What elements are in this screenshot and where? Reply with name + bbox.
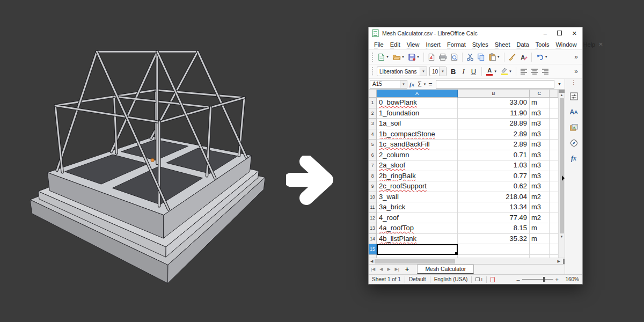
highlight-color-button[interactable]: ▼	[499, 67, 513, 76]
language[interactable]: English (USA)	[434, 276, 468, 282]
menu-edit[interactable]: Edit	[387, 40, 404, 49]
sheet-tab-mesh-calculator[interactable]: Mesh Calculator	[417, 265, 474, 274]
sheet-nav-button[interactable]: ▶|	[393, 265, 401, 274]
bold-button[interactable]: B	[448, 68, 458, 76]
zoom-slider[interactable]	[522, 279, 553, 280]
cell-C12[interactable]: m2	[530, 213, 550, 224]
cell-A5[interactable]: 1c_sandBackFill	[377, 140, 458, 150]
cell-B9[interactable]: 0.62	[458, 181, 530, 192]
cell-B4[interactable]: 2.89	[458, 129, 530, 140]
scroll-down-icon[interactable]: ▼	[560, 235, 564, 239]
expand-formula-bar-button[interactable]: ▼	[555, 80, 564, 89]
undo-button[interactable]: ▼	[535, 52, 549, 62]
cell-B1[interactable]: 33.00	[458, 98, 530, 108]
align-right-button[interactable]	[540, 67, 550, 76]
cut-button[interactable]	[465, 52, 475, 62]
cell-C2[interactable]: m3	[530, 108, 550, 119]
cell-C10[interactable]: m2	[530, 192, 550, 203]
cell-C5[interactable]: m3	[530, 140, 550, 150]
cell-C13[interactable]: m	[530, 223, 550, 234]
cell-C11[interactable]: m3	[530, 202, 550, 213]
menu-data[interactable]: Data	[514, 40, 532, 49]
cell-C8[interactable]: m3	[530, 171, 550, 182]
menu-insert[interactable]: Insert	[422, 40, 444, 49]
zoom-slider-thumb[interactable]	[543, 277, 545, 282]
print-preview-button[interactable]	[449, 52, 459, 62]
cell-A15[interactable]	[377, 244, 458, 255]
cell-A3[interactable]: 1a_soil	[377, 119, 458, 129]
row-header-11[interactable]: 11	[369, 202, 377, 213]
save-button[interactable]: ▼	[407, 52, 421, 62]
menu-sheet[interactable]: Sheet	[492, 40, 514, 49]
selection-mode-indicator[interactable]: I	[475, 277, 482, 282]
sheet-nav-button[interactable]: ▶	[385, 265, 392, 274]
clear-formatting-button[interactable]: A	[518, 52, 529, 62]
row-header-10[interactable]: 10	[369, 192, 377, 203]
menu-styles[interactable]: Styles	[469, 40, 492, 49]
row-header-7[interactable]: 7	[369, 160, 377, 171]
sidebar-toggle-icon[interactable]	[562, 175, 565, 181]
row-header-8[interactable]: 8	[369, 171, 377, 182]
cell-reference-box[interactable]: A15 ▼	[370, 80, 407, 89]
sidebar-navigator-button[interactable]	[569, 138, 579, 148]
row-header-4[interactable]: 4	[369, 129, 377, 140]
sidebar-properties-button[interactable]	[569, 92, 579, 101]
maximize-button[interactable]	[557, 31, 562, 36]
zoom-out-button[interactable]: –	[516, 276, 519, 283]
cell-C9[interactable]: m3	[530, 181, 550, 192]
minimize-button[interactable]: –	[544, 31, 547, 36]
cell-A4[interactable]: 1b_compactStone	[377, 129, 458, 140]
sheet-nav-button[interactable]: ◀	[377, 265, 385, 274]
cell-A16[interactable]	[377, 255, 458, 258]
print-button[interactable]	[437, 52, 448, 62]
cell-C3[interactable]: m3	[530, 119, 550, 129]
column-header-a[interactable]: A	[377, 90, 458, 98]
add-sheet-button[interactable]: +	[401, 265, 413, 274]
toolbar-overflow-button[interactable]: »	[571, 53, 581, 61]
open-file-button[interactable]: ▼	[391, 52, 406, 62]
toolbar-overflow-button[interactable]: »	[571, 68, 581, 75]
row-header-15[interactable]: 15	[369, 244, 377, 255]
menu-format[interactable]: Format	[444, 40, 469, 49]
cell-C1[interactable]: m	[530, 98, 550, 108]
scroll-left-icon[interactable]: ◀	[369, 259, 375, 264]
cell-C15[interactable]	[530, 244, 550, 255]
sum-button[interactable]: Σ	[416, 80, 422, 88]
cell-B13[interactable]: 8.15	[458, 223, 530, 234]
cell-B10[interactable]: 218.04	[458, 192, 530, 203]
cell-B8[interactable]: 0.77	[458, 171, 530, 182]
font-name-combo[interactable]: Liberation Sans ▼	[377, 67, 427, 76]
cell-C14[interactable]: m	[530, 234, 550, 245]
cell-C7[interactable]: m3	[530, 160, 550, 171]
cell-A8[interactable]: 2b_ringBalk	[377, 171, 458, 182]
toolbar-drag-handle[interactable]	[371, 67, 374, 76]
row-header-1[interactable]: 1	[369, 98, 377, 108]
row-header-6[interactable]: 6	[369, 150, 377, 161]
column-header-c[interactable]: C	[530, 90, 550, 98]
sidebar-functions-button[interactable]: fx	[569, 154, 579, 163]
menu-tools[interactable]: Tools	[532, 40, 553, 49]
scroll-up-icon[interactable]: ▲	[560, 93, 564, 97]
align-center-button[interactable]	[530, 67, 539, 76]
cell-B14[interactable]: 35.32	[458, 234, 530, 245]
cell-C6[interactable]: m3	[530, 150, 550, 161]
select-all-corner[interactable]	[369, 90, 377, 98]
cell-B12[interactable]: 77.49	[458, 213, 530, 224]
row-header-2[interactable]: 2	[369, 108, 377, 119]
cell-C4[interactable]: m3	[530, 129, 550, 140]
cell-A1[interactable]: 0_bowPlank	[377, 98, 458, 108]
export-pdf-button[interactable]: A	[427, 52, 436, 62]
row-header-12[interactable]: 12	[369, 213, 377, 224]
row-header-3[interactable]: 3	[369, 119, 377, 129]
horizontal-scrollbar[interactable]: ◀ ▶	[369, 258, 565, 264]
menu-help[interactable]: Help	[580, 40, 599, 49]
vertical-scrollbar-thumb[interactable]	[560, 98, 564, 233]
cell-A2[interactable]: 1_foundation	[377, 108, 458, 119]
align-left-button[interactable]	[519, 67, 529, 76]
cell-B5[interactable]: 2.89	[458, 140, 530, 150]
new-document-button[interactable]: ▼	[376, 52, 390, 62]
formula-button[interactable]: =	[427, 80, 435, 88]
close-button[interactable]: ✕	[572, 31, 577, 36]
row-header-14[interactable]: 14	[369, 234, 377, 245]
font-size-combo[interactable]: 10 ▼	[429, 67, 447, 76]
